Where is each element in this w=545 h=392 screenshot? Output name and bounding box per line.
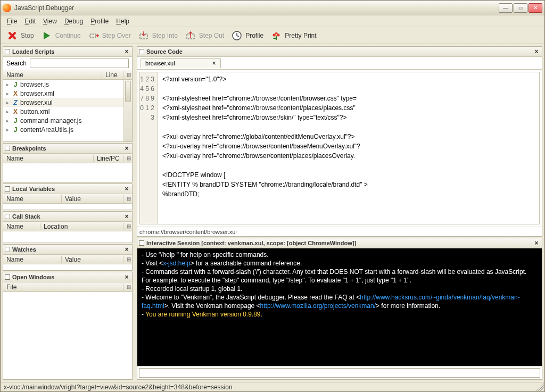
line-gutter: 1 2 3 4 5 6 7 8 9 0 1 2 3: [140, 72, 158, 224]
svg-point-8: [273, 37, 276, 39]
code-content: <?xml version="1.0"?> <?xml-stylesheet h…: [158, 72, 539, 224]
toolbar: Stop Continue Step Over Step Into Step O…: [1, 27, 544, 44]
open-windows-panel: Open Windows× File⊞: [3, 272, 133, 380]
titlebar: JavaScript Debugger — ▭ ✕: [1, 1, 544, 15]
column-picker-icon[interactable]: ⊞: [123, 155, 132, 161]
menu-file[interactable]: File: [4, 16, 20, 26]
step-into-button[interactable]: Step Into: [136, 29, 180, 42]
code-viewer[interactable]: 1 2 3 4 5 6 7 8 9 0 1 2 3 <?xml version=…: [139, 72, 540, 224]
main-window: JavaScript Debugger — ▭ ✕ File Edit View…: [0, 0, 545, 392]
menu-view[interactable]: View: [40, 16, 60, 26]
menu-help[interactable]: Help: [113, 16, 133, 26]
minimize-button[interactable]: —: [499, 3, 513, 13]
stop-icon: [7, 30, 18, 41]
source-code-panel: Source Code× browser.xul × 1 2 3 4 5 6 7…: [137, 46, 542, 237]
console-output[interactable]: - Use "/help " for help on specific comm…: [137, 248, 542, 366]
tab-label: browser.xul: [145, 60, 175, 66]
console-input[interactable]: [139, 368, 540, 378]
close-button[interactable]: ✕: [529, 3, 542, 13]
panel-toggle-icon[interactable]: [5, 146, 10, 151]
pretty-print-button[interactable]: Pretty Print: [269, 29, 318, 42]
menu-debug[interactable]: Debug: [61, 16, 86, 26]
step-into-icon: [138, 30, 149, 41]
search-label: Search: [6, 60, 27, 67]
profile-button[interactable]: Profile: [229, 29, 266, 42]
script-item[interactable]: ▸Jcommand-manager.js: [3, 116, 132, 125]
statusbar: x-vloc:/mainwindow/vright?target=view&id…: [1, 382, 544, 391]
stop-button[interactable]: Stop: [5, 29, 36, 42]
search-input[interactable]: [30, 59, 129, 68]
local-variables-panel: Local Variables× NameValue⊞: [3, 184, 133, 210]
statusbar-text: x-vloc:/mainwindow/vright?target=view&id…: [4, 383, 233, 391]
panel-toggle-icon[interactable]: [5, 186, 10, 191]
source-tab[interactable]: browser.xul ×: [141, 58, 221, 68]
close-icon[interactable]: ×: [123, 145, 130, 152]
close-icon[interactable]: ×: [533, 48, 540, 55]
panel-toggle-icon[interactable]: [5, 247, 10, 252]
col-linepc[interactable]: Line/PC: [94, 155, 123, 162]
loaded-scripts-panel: Loaded Scripts× Search NameLine⊞ ▸Jbrows…: [3, 46, 133, 142]
panel-toggle-icon[interactable]: [139, 49, 144, 54]
col-value[interactable]: Value: [62, 256, 123, 263]
svg-point-7: [276, 34, 277, 35]
col-name[interactable]: Name: [3, 256, 62, 263]
close-icon[interactable]: ×: [533, 239, 540, 247]
close-icon[interactable]: ×: [123, 246, 130, 253]
menubar: File Edit View Debug Profile Help: [1, 15, 544, 27]
step-out-button[interactable]: Step Out: [183, 29, 226, 42]
flower-icon: [271, 30, 282, 41]
column-picker-icon[interactable]: ⊞: [123, 223, 132, 229]
col-value[interactable]: Value: [62, 195, 123, 203]
panel-toggle-icon[interactable]: [5, 49, 10, 54]
col-file[interactable]: File: [3, 283, 123, 291]
svg-point-6: [277, 34, 280, 36]
source-path: chrome://browser/content/browser.xul: [137, 227, 542, 236]
maximize-button[interactable]: ▭: [514, 3, 527, 13]
clock-icon: [232, 30, 242, 41]
resize-grip-icon[interactable]: [536, 383, 544, 391]
breakpoints-list[interactable]: [3, 163, 132, 182]
firefox-icon: [3, 4, 11, 12]
tab-close-icon[interactable]: ×: [212, 60, 216, 67]
column-picker-icon[interactable]: ⊞: [123, 72, 132, 78]
script-item[interactable]: ▸Zbrowser.xul: [3, 98, 132, 107]
watches-panel: Watches× NameValue⊞: [3, 244, 133, 271]
window-title: JavaScript Debugger: [14, 4, 499, 12]
col-line[interactable]: Line: [102, 71, 123, 79]
callstack-list[interactable]: [3, 231, 132, 243]
continue-button[interactable]: Continue: [39, 29, 83, 42]
menu-profile[interactable]: Profile: [87, 16, 112, 26]
breakpoints-panel: Breakpoints× NameLine/PC⊞: [3, 143, 133, 182]
col-location[interactable]: Location: [40, 223, 123, 230]
column-picker-icon[interactable]: ⊞: [123, 196, 132, 202]
col-name[interactable]: Name: [3, 223, 40, 230]
script-item[interactable]: ▸Xbrowser.xml: [3, 89, 132, 98]
svg-point-5: [273, 34, 276, 36]
step-out-icon: [185, 30, 196, 41]
scripts-tree[interactable]: ▸Jbrowser.js▸Xbrowser.xml▸Zbrowser.xul▸X…: [3, 80, 132, 141]
call-stack-panel: Call Stack× NameLocation⊞: [3, 211, 133, 243]
close-icon[interactable]: ×: [123, 48, 130, 55]
script-item[interactable]: ▸Jbrowser.js: [3, 80, 132, 89]
close-icon[interactable]: ×: [123, 185, 130, 193]
panel-toggle-icon[interactable]: [5, 214, 10, 219]
menu-edit[interactable]: Edit: [21, 16, 39, 26]
col-name[interactable]: Name: [3, 195, 62, 203]
column-picker-icon[interactable]: ⊞: [123, 284, 132, 290]
script-item[interactable]: ▸JcontentAreaUtils.js: [3, 125, 132, 134]
column-picker-icon[interactable]: ⊞: [123, 256, 132, 262]
svg-rect-0: [90, 34, 96, 38]
step-over-icon: [88, 30, 99, 41]
continue-icon: [42, 30, 52, 41]
panel-toggle-icon[interactable]: [139, 240, 144, 246]
col-name[interactable]: Name: [3, 71, 102, 79]
col-name[interactable]: Name: [3, 155, 94, 162]
interactive-session-panel: Interactive Session [context: venkman.xu…: [137, 238, 542, 380]
close-icon[interactable]: ×: [123, 273, 130, 281]
panel-toggle-icon[interactable]: [5, 274, 10, 280]
step-over-button[interactable]: Step Over: [86, 29, 133, 42]
script-item[interactable]: ▸Xbutton.xml: [3, 107, 132, 116]
close-icon[interactable]: ×: [123, 213, 130, 220]
